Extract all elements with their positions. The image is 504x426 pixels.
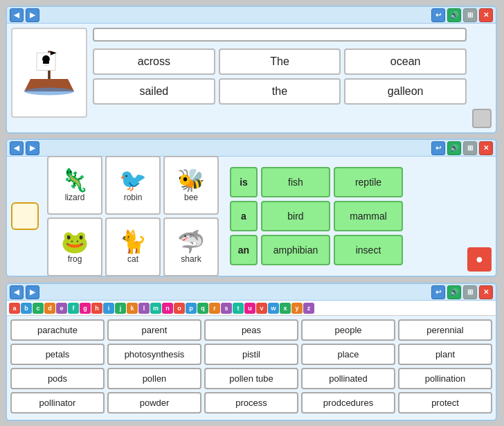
word-card[interactable]: across (93, 48, 215, 75)
replay-btn2[interactable]: ↩ (431, 141, 445, 155)
alpha-btn-v[interactable]: v (256, 303, 267, 314)
alpha-btn-l[interactable]: l (138, 303, 150, 314)
alpha-btn-b[interactable]: b (21, 303, 32, 314)
animal-card[interactable]: 🦈shark (163, 218, 219, 276)
alpha-btn-h[interactable]: h (91, 303, 102, 314)
audio-btn2[interactable]: 🔊 (447, 141, 461, 155)
alpha-btn-t[interactable]: t (233, 303, 244, 314)
article-btn[interactable]: an (230, 235, 258, 265)
panel3-toolbar: ◀ ▶ ↩ 🔊 ⊞ ✕ (7, 284, 496, 301)
panel2-content: 🦎lizard🐦robin🐝bee🐸frog🐈cat🦈shark isaan f… (7, 157, 496, 276)
animal-card[interactable]: 🐸frog (47, 218, 102, 276)
alpha-btn-c[interactable]: c (33, 303, 44, 314)
alpha-btn-r[interactable]: r (209, 303, 220, 314)
back-btn3[interactable]: ◀ (10, 285, 24, 299)
word-list-item[interactable]: place (301, 344, 395, 365)
alpha-btn-g[interactable]: g (80, 303, 91, 314)
word-list-item[interactable]: pistil (204, 344, 298, 365)
alpha-btn-z[interactable]: z (303, 303, 314, 314)
grid-btn2[interactable]: ⊞ (463, 141, 477, 155)
classification-btn[interactable]: amphibian (261, 235, 330, 265)
article-btn[interactable]: a (230, 201, 258, 231)
classification-btn[interactable]: insect (334, 235, 403, 265)
alpha-btn-i[interactable]: i (103, 303, 114, 314)
alpha-btn-o[interactable]: o (174, 303, 185, 314)
word-list-item[interactable]: petals (10, 344, 105, 365)
word-list-item[interactable]: parachute (10, 319, 105, 341)
alpha-btn-d[interactable]: d (44, 303, 55, 314)
word-card[interactable]: ocean (344, 48, 467, 75)
word-card[interactable]: sailed (93, 78, 215, 105)
word-card[interactable]: galleon (344, 78, 467, 105)
classification-btn[interactable]: reptile (334, 167, 403, 197)
animals-grid: 🦎lizard🐦robin🐝bee🐸frog🐈cat🦈shark (47, 156, 219, 276)
alpha-btn-w[interactable]: w (268, 303, 279, 314)
alpha-btn-x[interactable]: x (280, 303, 291, 314)
word-list-item[interactable]: photosynthesis (107, 344, 201, 365)
grid-btn[interactable]: ⊞ (463, 8, 477, 22)
alpha-btn-f[interactable]: f (68, 303, 79, 314)
letter-display (11, 202, 39, 230)
word-list-item[interactable]: pods (10, 368, 105, 389)
word-list-item[interactable]: peas (204, 319, 298, 341)
sentence-display (93, 28, 467, 42)
replay-btn3[interactable]: ↩ (431, 285, 445, 299)
alpha-btn-j[interactable]: j (115, 303, 126, 314)
word-list-item[interactable]: people (301, 319, 395, 341)
alpha-btn-y[interactable]: y (291, 303, 303, 314)
animal-card[interactable]: 🐦robin (105, 156, 161, 215)
word-list-item[interactable]: pollinated (301, 368, 395, 389)
audio-btn[interactable]: 🔊 (447, 8, 461, 22)
word-list-item[interactable]: pollen (107, 368, 201, 389)
word-list-item[interactable]: process (204, 392, 298, 414)
back-btn[interactable]: ◀ (10, 8, 24, 22)
word-list-item[interactable]: powder (107, 392, 201, 414)
alpha-btn-u[interactable]: u (244, 303, 255, 314)
word-list-item[interactable]: parent (107, 319, 201, 341)
word-list-item[interactable]: prodcedures (301, 392, 395, 414)
word-list-item[interactable]: protect (398, 392, 492, 414)
audio-btn3[interactable]: 🔊 (447, 285, 461, 299)
animal-label: lizard (65, 193, 85, 202)
articles-column: isaan (230, 167, 258, 265)
replay-btn[interactable]: ↩ (431, 8, 445, 22)
word-list-item[interactable]: perennial (398, 319, 492, 341)
alpha-btn-a[interactable]: a (9, 303, 20, 314)
forward-btn3[interactable]: ▶ (26, 285, 39, 299)
alpha-btn-p[interactable]: p (186, 303, 197, 314)
forward-btn2[interactable]: ▶ (26, 141, 39, 155)
word-list-grid: parachuteparentpeaspeopleperennialpetals… (7, 316, 496, 417)
animal-card[interactable]: 🐝bee (163, 156, 219, 215)
dot-button[interactable] (472, 109, 492, 128)
back-btn2[interactable]: ◀ (10, 141, 24, 155)
article-btn[interactable]: is (230, 167, 258, 197)
word-list-item[interactable]: pollinator (10, 392, 105, 414)
word-list-item[interactable]: plant (398, 344, 492, 365)
red-dot-button[interactable]: ● (467, 247, 492, 272)
alpha-btn-s[interactable]: s (221, 303, 232, 314)
animal-label: robin (124, 193, 143, 202)
grid-btn3[interactable]: ⊞ (463, 285, 477, 299)
alpha-btn-m[interactable]: m (150, 303, 161, 314)
word-list-item[interactable]: pollination (398, 368, 492, 389)
alpha-btn-e[interactable]: e (56, 303, 67, 314)
close-btn2[interactable]: ✕ (479, 141, 493, 155)
classification-btn[interactable]: mammal (334, 201, 403, 231)
alpha-btn-k[interactable]: k (127, 303, 138, 314)
panel2-toolbar: ◀ ▶ ↩ 🔊 ⊞ ✕ (7, 140, 496, 157)
classification-btn[interactable]: bird (261, 201, 330, 231)
word-card[interactable]: The (219, 48, 341, 75)
classification-btn[interactable]: fish (261, 167, 330, 197)
word-list-item[interactable]: pollen tube (204, 368, 298, 389)
animal-card[interactable]: 🐈cat (105, 218, 161, 276)
panel1-toolbar: ◀ ▶ ↩ 🔊 ⊞ ✕ (7, 7, 496, 24)
word-grid: acrossTheoceansailedthegalleon (93, 48, 467, 105)
animal-emoji: 🦈 (177, 231, 205, 253)
close-btn3[interactable]: ✕ (479, 285, 493, 299)
word-card[interactable]: the (219, 78, 341, 105)
alpha-btn-q[interactable]: q (197, 303, 208, 314)
alpha-btn-n[interactable]: n (162, 303, 173, 314)
forward-btn[interactable]: ▶ (26, 8, 39, 22)
close-btn[interactable]: ✕ (479, 8, 493, 22)
animal-card[interactable]: 🦎lizard (47, 156, 102, 215)
